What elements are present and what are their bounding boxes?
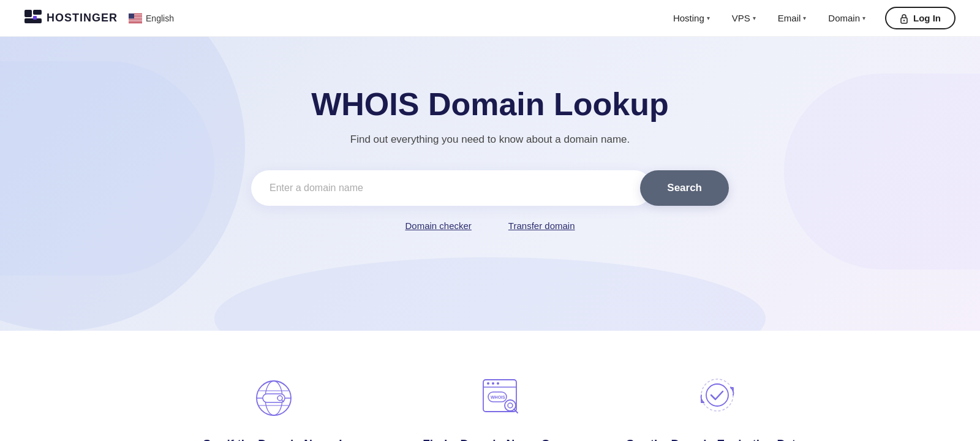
language-label: English [146, 13, 174, 23]
hero-section: WHOIS Domain Lookup Find out everything … [0, 37, 980, 331]
feature-owner-title: Find a Domain Name Owner [423, 436, 577, 441]
wave-decoration-left [0, 61, 214, 276]
login-label: Log In [913, 13, 941, 23]
wave-decoration-right [784, 74, 980, 270]
navbar-left: HOSTINGER English [24, 10, 174, 27]
feature-expiration: See the Domain Expiration Date [627, 368, 802, 441]
hero-links: Domain checker Transfer domain [405, 221, 575, 231]
svg-text:WHOIS: WHOIS [491, 395, 505, 399]
svg-rect-19 [263, 394, 285, 402]
chevron-down-icon: ▾ [753, 15, 756, 21]
svg-rect-9 [129, 20, 142, 20]
search-bar: Search [251, 170, 729, 206]
svg-point-33 [706, 384, 728, 406]
svg-point-13 [903, 20, 905, 21]
chevron-down-icon: ▾ [803, 15, 806, 21]
language-selector[interactable]: English [129, 13, 174, 23]
us-flag-icon [129, 13, 142, 23]
whois-icon: WHOIS [472, 368, 527, 423]
svg-point-24 [487, 382, 489, 385]
navbar-right: Hosting ▾ VPS ▾ Email ▾ Domain ▾ Log In [665, 7, 956, 29]
nav-domain-label: Domain [828, 13, 860, 23]
domain-search-input[interactable] [251, 170, 652, 206]
hero-title: WHOIS Domain Lookup [311, 86, 669, 123]
nav-email-label: Email [778, 13, 801, 23]
feature-expiration-title: See the Domain Expiration Date [627, 436, 802, 441]
search-button[interactable]: Search [640, 170, 729, 206]
logo-text: HOSTINGER [47, 12, 118, 24]
feature-availability: See if the Domain Name Is Available [178, 368, 374, 441]
svg-rect-0 [24, 10, 32, 17]
feature-availability-title: See if the Domain Name Is Available [178, 436, 374, 441]
domain-checker-link[interactable]: Domain checker [405, 221, 471, 231]
navbar: HOSTINGER English Hosting ▾ VPS ▾ [0, 0, 980, 37]
svg-rect-2 [24, 18, 42, 23]
nav-email[interactable]: Email ▾ [769, 8, 815, 28]
hostinger-logo-icon [24, 10, 42, 27]
svg-rect-3 [33, 16, 37, 20]
features-section: See if the Domain Name Is Available WHOI… [0, 331, 980, 441]
hero-subtitle: Find out everything you need to know abo… [350, 134, 630, 146]
globe-search-icon [248, 368, 303, 423]
svg-rect-11 [129, 13, 134, 18]
nav-vps[interactable]: VPS ▾ [723, 8, 764, 28]
transfer-domain-link[interactable]: Transfer domain [508, 221, 575, 231]
chevron-down-icon: ▾ [862, 15, 865, 21]
feature-owner: WHOIS Find a Domain Name Owner [423, 368, 577, 441]
svg-point-26 [497, 382, 499, 385]
login-button[interactable]: Log In [885, 7, 956, 29]
svg-rect-10 [129, 21, 142, 22]
svg-point-30 [508, 403, 513, 408]
lock-icon [900, 13, 908, 23]
logo[interactable]: HOSTINGER [24, 10, 118, 27]
nav-domain[interactable]: Domain ▾ [820, 8, 874, 28]
chevron-down-icon: ▾ [707, 15, 710, 21]
svg-rect-1 [33, 10, 42, 15]
nav-hosting[interactable]: Hosting ▾ [665, 8, 718, 28]
nav-vps-label: VPS [732, 13, 750, 23]
calendar-check-icon [687, 368, 742, 423]
nav-hosting-label: Hosting [673, 13, 704, 23]
svg-point-25 [492, 382, 494, 385]
svg-rect-8 [129, 18, 142, 19]
